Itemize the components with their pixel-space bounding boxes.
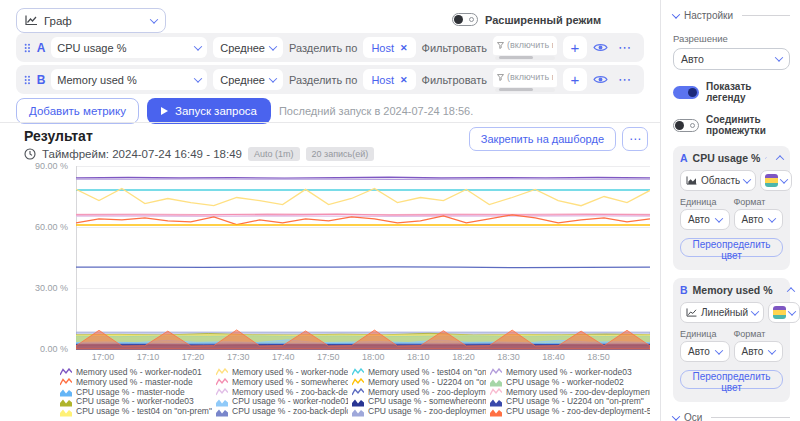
filter-input-box[interactable] (493, 36, 557, 55)
drag-handle-icon[interactable] (24, 74, 31, 86)
aggregation-select[interactable]: Среднее (213, 37, 283, 58)
legend-item[interactable]: CPU usage % - zoo-dev-deployment-56... (490, 407, 650, 417)
legend-item[interactable]: Memory used % - U2204 on "on-prem" (352, 378, 486, 388)
metric-input[interactable]: Memory used % (51, 69, 207, 90)
chevron-down-icon (751, 307, 759, 315)
split-by-label: Разделить по (289, 42, 357, 54)
legend-item[interactable]: Memory used % - somewhereonmars.ru... (216, 378, 348, 388)
edit-pencil-icon[interactable] (765, 153, 767, 163)
unit-select[interactable]: Авто (680, 209, 730, 230)
legend-label: CPU usage % - master-node (76, 388, 185, 398)
visibility-eye-icon[interactable] (593, 42, 608, 53)
legend-item[interactable]: CPU usage % - somewhereonmars.ru on... (352, 397, 486, 407)
add-filter-button[interactable]: + (563, 68, 587, 91)
query-actions: Добавить метрику Запуск запроса Последни… (16, 97, 473, 124)
toggle-switch-off[interactable] (452, 13, 478, 26)
result-more-button[interactable]: ⋯ (622, 127, 648, 151)
show-legend-toggle[interactable]: Показать легенду (673, 81, 790, 103)
y-tick-label: 90.00 % (35, 161, 68, 171)
advanced-mode-toggle[interactable]: Расширенный режим (452, 13, 601, 26)
chart-plot-area[interactable] (76, 166, 650, 350)
legend-area-icon (352, 398, 364, 407)
chevron-up-icon[interactable] (786, 287, 794, 295)
resolution-value: Авто (681, 53, 704, 65)
axes-section-header[interactable]: Оси (673, 412, 790, 421)
filter-input-box[interactable] (493, 68, 557, 87)
remove-tag-icon[interactable]: ✕ (400, 75, 408, 85)
series-panel-header[interactable]: A CPU usage % (680, 152, 783, 164)
legend-label: CPU usage % - worker-node03 (76, 397, 194, 407)
connect-gaps-toggle[interactable]: Соединить промежутки (673, 114, 790, 136)
axes-header-label: Оси (684, 412, 702, 421)
legend-label: Memory used % - U2204 on "on-prem" (368, 378, 486, 388)
x-tick-label: 17:00 (92, 352, 115, 362)
pin-to-dashboard-button[interactable]: Закрепить на дашборде (469, 127, 616, 151)
series-panel-a: A CPU usage % Область (673, 146, 790, 270)
divider (0, 122, 660, 123)
visualization-type-select[interactable]: Граф (16, 8, 166, 33)
legend-item[interactable]: Memory used % - zoo-back-deployment... (216, 388, 348, 398)
color-scheme-select[interactable] (760, 170, 792, 191)
legend-item[interactable]: Memory used % - worker-node03 (490, 368, 650, 378)
run-query-button[interactable]: Запуск запроса (147, 98, 271, 124)
format-label: Формат (734, 197, 784, 207)
color-scheme-select[interactable] (768, 302, 800, 323)
add-filter-button[interactable]: + (563, 36, 587, 59)
legend-item[interactable]: CPU usage % - zoo-deployment-6f59dc... (352, 407, 486, 417)
override-color-button[interactable]: Переопределить цвет (680, 370, 783, 389)
visibility-eye-icon[interactable] (593, 74, 608, 85)
unit-value: Авто (688, 346, 710, 357)
chart-type-value: Линейный (701, 307, 748, 318)
chevron-down-icon[interactable] (194, 42, 202, 50)
legend-item[interactable]: CPU usage % - worker-node02 (490, 378, 650, 388)
legend-item[interactable]: CPU usage % - U2204 on "on-prem" (490, 397, 650, 407)
legend-item[interactable]: CPU usage % - worker-node01 (216, 397, 348, 407)
query-row-b: B Memory used % Среднее Разделить по Hos… (16, 65, 644, 94)
legend-item[interactable]: Memory used % - worker-node02 (216, 368, 348, 378)
chart-type-select[interactable]: Область (680, 170, 756, 191)
query-more-button[interactable]: ⋯ (614, 40, 636, 55)
filter-scrollbar[interactable] (495, 88, 555, 92)
legend-item[interactable]: Memory used % - zoo-deployment-6f59... (352, 388, 486, 398)
chevron-up-icon[interactable] (776, 155, 784, 163)
filter-scrollbar[interactable] (495, 56, 555, 60)
aggregation-select[interactable]: Среднее (213, 69, 283, 90)
connect-gaps-label: Соединить промежутки (706, 114, 790, 136)
filter-input[interactable] (507, 72, 553, 82)
legend-item[interactable]: Memory used % - master-node (60, 378, 212, 388)
resolution-select[interactable]: Авто (673, 48, 790, 70)
override-color-button[interactable]: Переопределить цвет (680, 238, 783, 257)
format-select[interactable]: Авто (734, 209, 784, 230)
metric-input[interactable]: CPU usage % (51, 37, 207, 58)
run-query-label: Запуск запроса (175, 105, 257, 117)
visualization-type-value: Граф (44, 15, 145, 27)
funnel-icon (497, 73, 504, 82)
legend-item[interactable]: CPU usage % - test04 on "on-prem" (60, 407, 212, 417)
drag-handle-icon[interactable] (24, 42, 31, 54)
query-more-button[interactable]: ⋯ (614, 72, 636, 87)
chevron-down-icon (269, 74, 277, 82)
split-tag-host[interactable]: Host ✕ (363, 37, 415, 58)
settings-section-header[interactable]: Настройки (673, 10, 790, 21)
chart-type-select[interactable]: Линейный (680, 302, 764, 323)
legend-item[interactable]: Memory used % - worker-node01 (60, 368, 212, 378)
filter-input[interactable] (507, 40, 553, 50)
unit-select[interactable]: Авто (680, 341, 730, 362)
toggle-switch-off[interactable] (673, 119, 699, 132)
format-select[interactable]: Авто (734, 341, 784, 362)
add-metric-button[interactable]: Добавить метрику (16, 98, 139, 124)
aggregation-value: Среднее (220, 42, 265, 54)
split-tag-host[interactable]: Host ✕ (363, 69, 415, 90)
chevron-down-icon[interactable] (194, 74, 202, 82)
toggle-switch-on[interactable] (673, 86, 699, 99)
series-panel-header[interactable]: B Memory used % (680, 284, 783, 296)
y-axis-labels: 90.00 %60.00 %30.00 %0.00 % (24, 162, 72, 354)
remove-tag-icon[interactable]: ✕ (400, 43, 408, 53)
legend-area-icon (60, 408, 72, 417)
legend-label: Memory used % - test04 on "on-prem" (368, 368, 486, 378)
legend-item[interactable]: CPU usage % - worker-node03 (60, 397, 212, 407)
legend-item[interactable]: CPU usage % - zoo-back-deployment-7... (216, 407, 348, 417)
legend-item[interactable]: Memory used % - zoo-dev-deployment-... (490, 388, 650, 398)
legend-item[interactable]: CPU usage % - master-node (60, 388, 212, 398)
legend-item[interactable]: Memory used % - test04 on "on-prem" (352, 368, 486, 378)
